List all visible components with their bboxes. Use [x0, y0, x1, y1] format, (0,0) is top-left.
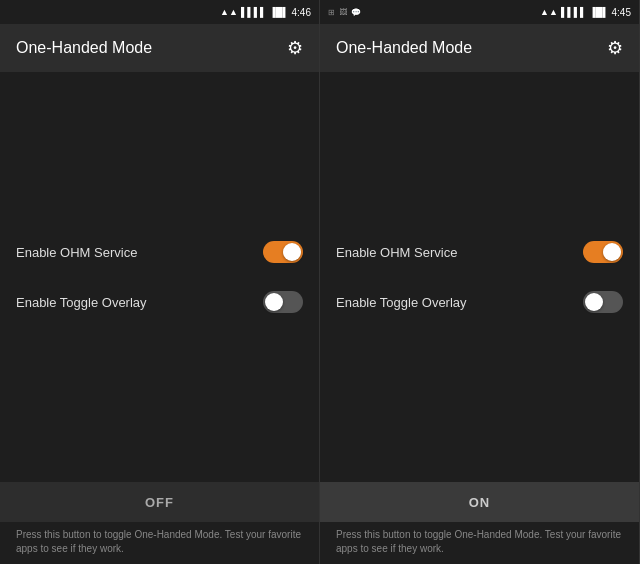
status-bar-right-1: ▲▲ ▌▌▌▌ ▐█▌ 4:46 [220, 7, 311, 18]
footer-text-1: Press this button to toggle One-Handed M… [0, 522, 319, 564]
wifi-icon-1: ▲▲ [220, 7, 238, 17]
settings-list-2: Enable OHM Service Enable Toggle Overlay [320, 227, 639, 327]
status-bar-left-2: ⊞ 🖼 💬 [328, 8, 361, 17]
ohm-service-toggle-2[interactable] [583, 241, 623, 263]
status-bar-2: ⊞ 🖼 💬 ▲▲ ▌▌▌▌ ▐█▌ 4:45 [320, 0, 639, 24]
app-title-1: One-Handed Mode [16, 39, 152, 57]
toggle-overlay-label-1: Enable Toggle Overlay [16, 295, 147, 310]
battery-icon-2: ▐█▌ [589, 7, 608, 17]
toggle-overlay-knob-1 [265, 293, 283, 311]
content-area-2: Enable OHM Service Enable Toggle Overlay… [320, 72, 639, 564]
signal-icon-2: ▌▌▌▌ [561, 7, 587, 17]
panel-1: ▲▲ ▌▌▌▌ ▐█▌ 4:46 One-Handed Mode ⚙ Enabl… [0, 0, 320, 564]
toggle-overlay-knob-2 [585, 293, 603, 311]
status-bar-right-2: ▲▲ ▌▌▌▌ ▐█▌ 4:45 [540, 7, 631, 18]
signal-icon-1: ▌▌▌▌ [241, 7, 267, 17]
whatsapp-icon-2: 💬 [351, 8, 361, 17]
settings-list-1: Enable OHM Service Enable Toggle Overlay [0, 227, 319, 327]
app-title-2: One-Handed Mode [336, 39, 472, 57]
image-icon-2: 🖼 [339, 8, 347, 17]
panel-2: ⊞ 🖼 💬 ▲▲ ▌▌▌▌ ▐█▌ 4:45 One-Handed Mode ⚙… [320, 0, 640, 564]
toggle-overlay-toggle-1[interactable] [263, 291, 303, 313]
app-bar-2: One-Handed Mode ⚙ [320, 24, 639, 72]
content-area-1: Enable OHM Service Enable Toggle Overlay… [0, 72, 319, 564]
bottom-section-1: OFF Press this button to toggle One-Hand… [0, 482, 319, 564]
footer-text-2: Press this button to toggle One-Handed M… [320, 522, 639, 564]
ohm-service-knob-1 [283, 243, 301, 261]
ohm-service-knob-2 [603, 243, 621, 261]
grid-icon-2: ⊞ [328, 8, 335, 17]
setting-item-ohm-2: Enable OHM Service [320, 227, 639, 277]
toggle-overlay-toggle-2[interactable] [583, 291, 623, 313]
bottom-section-2: ON Press this button to toggle One-Hande… [320, 482, 639, 564]
mode-toggle-button-2[interactable]: ON [320, 482, 639, 522]
settings-icon-1[interactable]: ⚙ [287, 37, 303, 59]
ohm-service-label-2: Enable OHM Service [336, 245, 457, 260]
mode-toggle-button-1[interactable]: OFF [0, 482, 319, 522]
settings-icon-2[interactable]: ⚙ [607, 37, 623, 59]
status-time-1: 4:46 [292, 7, 311, 18]
status-bar-1: ▲▲ ▌▌▌▌ ▐█▌ 4:46 [0, 0, 319, 24]
status-time-2: 4:45 [612, 7, 631, 18]
ohm-service-label-1: Enable OHM Service [16, 245, 137, 260]
toggle-overlay-label-2: Enable Toggle Overlay [336, 295, 467, 310]
wifi-icon-2: ▲▲ [540, 7, 558, 17]
app-bar-1: One-Handed Mode ⚙ [0, 24, 319, 72]
setting-item-overlay-1: Enable Toggle Overlay [0, 277, 319, 327]
ohm-service-toggle-1[interactable] [263, 241, 303, 263]
setting-item-ohm-1: Enable OHM Service [0, 227, 319, 277]
setting-item-overlay-2: Enable Toggle Overlay [320, 277, 639, 327]
battery-icon-1: ▐█▌ [269, 7, 288, 17]
